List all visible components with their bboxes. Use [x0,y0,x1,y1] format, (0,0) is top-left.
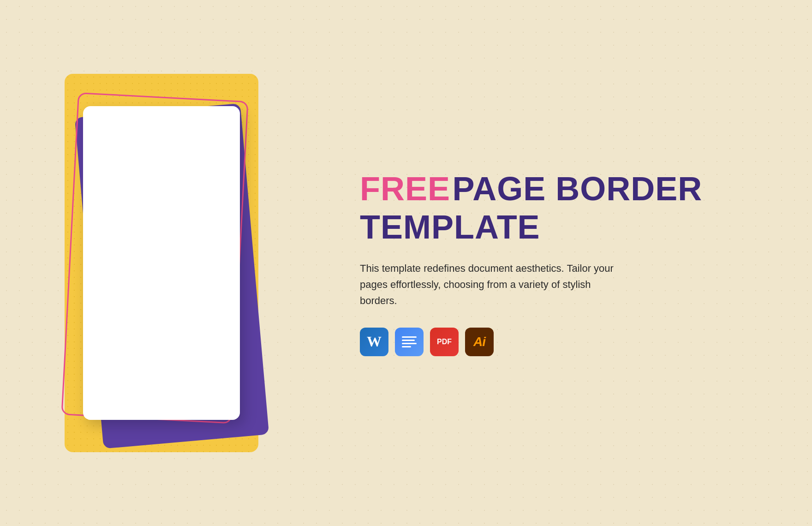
ai-label: Ai [473,335,485,349]
doc-line-3 [402,343,417,344]
description-text: This template redefines document aesthet… [360,260,618,309]
icons-row: PDF Ai [360,328,775,356]
pdf-inner: PDF [437,338,452,346]
title-block: FREE PAGE BORDER TEMPLATE [360,170,775,246]
content-section: FREE PAGE BORDER TEMPLATE This template … [323,170,812,356]
adobe-pdf-icon[interactable]: PDF [430,328,459,356]
title-page-border: PAGE BORDER [452,170,702,207]
doc-line-4 [402,346,411,347]
main-container: FREE PAGE BORDER TEMPLATE This template … [0,0,812,526]
docs-lines [399,334,419,350]
adobe-illustrator-icon[interactable]: Ai [465,328,494,356]
preview-section [0,0,323,526]
doc-line-2 [402,340,415,341]
title-line1: FREE PAGE BORDER [360,170,775,208]
yellow-card [65,74,258,452]
google-docs-icon[interactable] [395,328,424,356]
title-free: FREE [360,170,450,207]
title-template: TEMPLATE [360,209,540,245]
white-document-card [83,106,240,420]
title-line2: TEMPLATE [360,208,775,246]
doc-line-1 [402,336,417,338]
word-icon[interactable] [360,328,388,356]
